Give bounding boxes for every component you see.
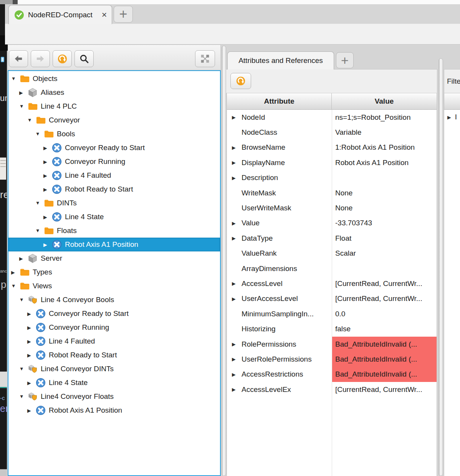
new-panel-tab-button[interactable]: + — [336, 52, 354, 68]
tree-node[interactable]: ▼ Line 4 Conveyor Bools — [8, 293, 220, 307]
attribute-row[interactable]: NodeClass Variable — [227, 125, 437, 140]
expander-arrow-icon[interactable]: ▶ — [11, 269, 20, 275]
expander-arrow-icon[interactable]: ▼ — [19, 366, 28, 372]
tree-node[interactable]: ▶ Server — [8, 251, 220, 265]
expander-arrow-icon[interactable]: ▼ — [19, 104, 28, 109]
expander-arrow-icon[interactable]: ▶ — [232, 175, 242, 181]
attribute-row[interactable]: ▶ BrowseName 1:Robot Axis A1 Position — [227, 140, 437, 155]
tree-node[interactable]: ▼ Bools — [8, 127, 220, 141]
tree-node[interactable]: ▼ Line4 Conveyor DINTs — [8, 362, 220, 376]
expander-arrow-icon[interactable]: ▼ — [27, 117, 36, 123]
expander-arrow-icon[interactable]: ▶ — [19, 256, 28, 261]
attribute-row[interactable]: UserWriteMask None — [227, 200, 437, 215]
tree-node[interactable]: ▶ Conveyor Ready to Start — [8, 307, 220, 321]
expander-arrow-icon[interactable]: ▶ — [27, 380, 36, 386]
attribute-row[interactable]: WriteMask None — [227, 185, 437, 200]
tree-node[interactable]: ▶ Robot Axis A1 Position — [8, 403, 220, 417]
refresh-button[interactable] — [53, 50, 72, 67]
attribute-row[interactable]: Historizing false — [227, 321, 437, 336]
expander-arrow-icon[interactable]: ▶ — [43, 159, 52, 165]
expander-arrow-icon[interactable]: ▶ — [232, 114, 242, 120]
expander-arrow-icon[interactable]: ▼ — [19, 297, 28, 302]
attribute-value-cell: Robot Axis A1 Position — [332, 155, 437, 170]
expander-arrow-icon[interactable]: ▶ — [232, 145, 242, 150]
attribute-row[interactable]: MinimumSamplingIn... 0.0 — [227, 306, 437, 321]
expander-arrow-icon[interactable]: ▶ — [43, 173, 52, 178]
expander-arrow-icon[interactable]: ▶ — [232, 296, 242, 302]
expander-arrow-icon[interactable]: ▶ — [19, 90, 28, 96]
tab-attributes-and-references[interactable]: Attributes and References — [227, 51, 334, 69]
expander-arrow-icon[interactable]: ▶ — [27, 352, 36, 358]
attribute-row[interactable]: ▶ UserRolePermissions Bad_AttributeIdInv… — [227, 352, 437, 367]
expander-arrow-icon[interactable]: ▶ — [43, 242, 52, 248]
tree-node[interactable]: ▶ Robot Ready to Start — [8, 182, 220, 196]
expander-arrow-icon[interactable]: ▶ — [232, 220, 242, 226]
attribute-row[interactable]: ▶ RolePermissions Bad_AttributeIdInvalid… — [227, 337, 437, 352]
tree-node[interactable]: ▶ Types — [8, 265, 220, 279]
tree-node[interactable]: ▶ Conveyor Running — [8, 155, 220, 169]
tree-node[interactable]: ▼ Floats — [8, 224, 220, 238]
expander-arrow-icon[interactable]: ▼ — [11, 76, 20, 81]
expander-arrow-icon[interactable]: ▼ — [35, 228, 44, 233]
expander-arrow-icon[interactable]: ▶ — [27, 325, 36, 331]
tree-node[interactable]: ▼ Line 4 PLC — [8, 99, 220, 113]
attribute-row[interactable]: ArrayDimensions — [227, 261, 437, 276]
tree-node[interactable]: ▶ Line 4 State — [8, 210, 220, 224]
tree-node[interactable]: ▼ DINTs — [8, 196, 220, 210]
expander-arrow-icon[interactable]: ▶ — [232, 372, 242, 377]
expander-arrow-icon[interactable]: ▶ — [447, 114, 451, 120]
expander-arrow-icon[interactable]: ▶ — [232, 341, 242, 347]
attribute-row[interactable]: ▶ UserAccessLevel [CurrentRead, CurrentW… — [227, 291, 437, 306]
node-graph-button[interactable] — [195, 50, 215, 67]
tree-node[interactable]: ▶ Line 4 Faulted — [8, 169, 220, 182]
expander-arrow-icon[interactable]: ▼ — [19, 394, 28, 399]
new-connection-tab-button[interactable]: + — [114, 6, 133, 23]
tree-node[interactable]: ▶ Aliases — [8, 86, 220, 99]
attribute-row[interactable]: ▶ NodeId ns=1;s=Robot_Position — [227, 110, 437, 125]
search-button[interactable] — [74, 50, 94, 67]
attribute-row[interactable]: ▶ DataType Float — [227, 231, 437, 246]
attribute-row[interactable]: ValueRank Scalar — [227, 246, 437, 261]
forward-button[interactable] — [31, 50, 50, 67]
right-splitter[interactable] — [438, 58, 443, 476]
expander-arrow-icon[interactable]: ▶ — [27, 339, 36, 344]
expander-arrow-icon[interactable]: ▶ — [27, 408, 36, 413]
expander-arrow-icon[interactable]: ▶ — [232, 387, 242, 392]
attribute-row[interactable]: ▶ Value -33.703743 — [227, 216, 437, 231]
attribute-row[interactable]: ▶ AccessRestrictions Bad_AttributeIdInva… — [227, 367, 437, 382]
expander-arrow-icon[interactable]: ▼ — [35, 131, 44, 137]
attribute-value: None — [335, 189, 352, 197]
connection-tab[interactable]: NodeRED-Compact ✕ — [8, 5, 112, 24]
expander-arrow-icon[interactable]: ▶ — [232, 235, 242, 241]
left-splitter[interactable] — [222, 46, 226, 476]
back-button[interactable] — [9, 50, 28, 67]
tree-node[interactable]: ▶ Robot Ready to Start — [8, 348, 220, 362]
tree-node[interactable]: ▶ Conveyor Ready to Start — [8, 141, 220, 155]
tree-node[interactable]: ▶ Line 4 Faulted — [8, 334, 220, 348]
expander-arrow-icon[interactable]: ▶ — [232, 356, 242, 362]
expander-arrow-icon[interactable]: ▶ — [27, 311, 36, 317]
expander-arrow-icon[interactable]: ▼ — [35, 200, 44, 206]
tree-node[interactable]: ▼ Conveyor — [8, 113, 220, 127]
attribute-row[interactable]: ▶ AccessLevelEx [CurrentRead, CurrentWr.… — [227, 382, 437, 397]
tree-node[interactable]: ▼ Objects — [8, 72, 220, 86]
column-header-attribute[interactable]: Attribute — [227, 93, 332, 110]
tab-close-icon[interactable]: ✕ — [101, 11, 107, 19]
attribute-row[interactable]: ▶ DisplayName Robot Axis A1 Position — [227, 155, 437, 170]
expander-arrow-icon[interactable]: ▶ — [232, 281, 242, 286]
expander-arrow-icon[interactable]: ▼ — [11, 283, 20, 289]
tree-node[interactable]: ▼ Line4 Conveyor Floats — [8, 390, 220, 403]
expander-arrow-icon[interactable]: ▶ — [43, 187, 52, 192]
expander-arrow-icon[interactable]: ▶ — [43, 214, 52, 220]
tree-node[interactable]: ▼ Views — [8, 279, 220, 293]
reference-row[interactable]: ▶ I — [447, 113, 457, 121]
tree-node[interactable]: ▶ Line 4 State — [8, 376, 220, 390]
attributes-refresh-button[interactable] — [230, 73, 251, 89]
expander-arrow-icon[interactable]: ▶ — [232, 160, 242, 165]
tree-node[interactable]: ▶ Robot Axis A1 Position — [8, 238, 220, 251]
column-header-value[interactable]: Value — [332, 93, 437, 110]
attribute-row[interactable]: ▶ Description — [227, 170, 437, 185]
attribute-row[interactable]: ▶ AccessLevel [CurrentRead, CurrentWr... — [227, 276, 437, 291]
expander-arrow-icon[interactable]: ▶ — [43, 145, 52, 151]
tree-node[interactable]: ▶ Conveyor Running — [8, 321, 220, 334]
